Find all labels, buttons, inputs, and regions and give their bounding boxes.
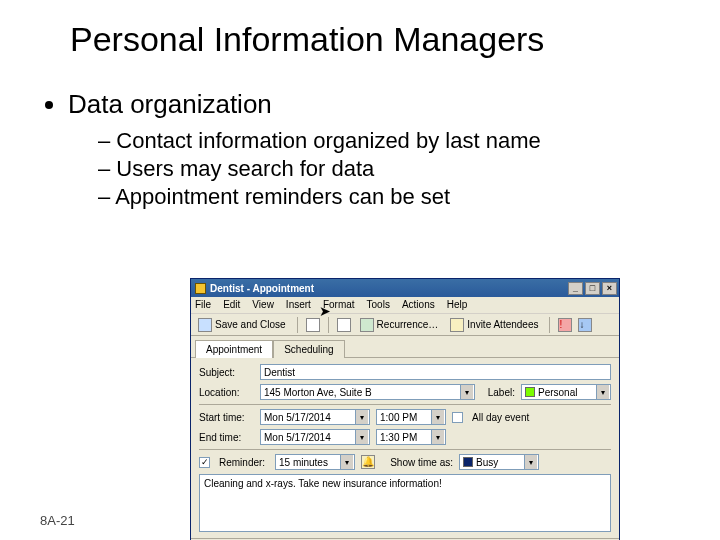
tab-strip: Appointment Scheduling xyxy=(191,336,619,358)
start-date-select[interactable]: Mon 5/17/2014 xyxy=(260,409,370,425)
end-time-label: End time: xyxy=(199,432,254,443)
menu-actions[interactable]: Actions xyxy=(402,299,435,311)
start-time-select[interactable]: 1:00 PM xyxy=(376,409,446,425)
close-button[interactable]: × xyxy=(602,282,617,295)
reminder-label: Reminder: xyxy=(219,457,269,468)
showtime-select[interactable]: Busy xyxy=(459,454,539,470)
menu-view[interactable]: View xyxy=(252,299,274,311)
importance-high-icon[interactable]: ! xyxy=(558,318,572,332)
showtime-color-swatch xyxy=(463,457,473,467)
bullet-main: Data organization Contact information or… xyxy=(68,89,680,210)
reminder-select[interactable]: 15 minutes xyxy=(275,454,355,470)
end-date-select[interactable]: Mon 5/17/2014 xyxy=(260,429,370,445)
menu-tools[interactable]: Tools xyxy=(367,299,390,311)
importance-low-icon[interactable]: ↓ xyxy=(578,318,592,332)
recurrence-icon xyxy=(360,318,374,332)
start-time-label: Start time: xyxy=(199,412,254,423)
app-icon xyxy=(195,283,206,294)
end-time-select[interactable]: 1:30 PM xyxy=(376,429,446,445)
menu-file[interactable]: File xyxy=(195,299,211,311)
showtime-label: Show time as: xyxy=(381,457,453,468)
label-select[interactable]: Personal xyxy=(521,384,611,400)
subbullet-1: Users may search for data xyxy=(98,156,680,182)
invite-icon xyxy=(450,318,464,332)
recurrence-button[interactable]: Recurrence… xyxy=(357,317,442,333)
subject-input[interactable]: Dentist xyxy=(260,364,611,380)
showtime-value: Busy xyxy=(476,457,498,468)
location-label: Location: xyxy=(199,387,254,398)
reminder-sound-icon[interactable]: 🔔 xyxy=(361,455,375,469)
reminder-checkbox[interactable]: ✓ xyxy=(199,457,210,468)
notes-textarea[interactable]: Cleaning and x-rays. Take new insurance … xyxy=(199,474,611,532)
window-titlebar[interactable]: Dentist - Appointment _ □ × xyxy=(191,279,619,297)
invite-label: Invite Attendees xyxy=(467,319,538,330)
bullet-main-text: Data organization xyxy=(68,89,272,119)
subject-label: Subject: xyxy=(199,367,254,378)
tab-appointment[interactable]: Appointment xyxy=(195,340,273,358)
menu-format[interactable]: Format xyxy=(323,299,355,311)
recurrence-label: Recurrence… xyxy=(377,319,439,330)
slide-number: 8A-21 xyxy=(40,513,75,528)
appointment-form: Subject: Dentist Location: 145 Morton Av… xyxy=(191,358,619,538)
subbullet-0: Contact information organized by last na… xyxy=(98,128,680,154)
tab-scheduling[interactable]: Scheduling xyxy=(273,340,344,358)
allday-label: All day event xyxy=(472,412,529,423)
attachment-icon[interactable] xyxy=(337,318,351,332)
label-label: Label: xyxy=(481,387,515,398)
menu-help[interactable]: Help xyxy=(447,299,468,311)
appointment-window: Dentist - Appointment _ □ × File Edit Vi… xyxy=(190,278,620,540)
save-icon xyxy=(198,318,212,332)
allday-checkbox[interactable] xyxy=(452,412,463,423)
save-and-close-label: Save and Close xyxy=(215,319,286,330)
minimize-button[interactable]: _ xyxy=(568,282,583,295)
location-input[interactable]: 145 Morton Ave, Suite B xyxy=(260,384,475,400)
save-and-close-button[interactable]: Save and Close xyxy=(195,317,289,333)
slide-title: Personal Information Managers xyxy=(70,20,680,59)
label-color-swatch xyxy=(525,387,535,397)
maximize-button[interactable]: □ xyxy=(585,282,600,295)
menu-bar: File Edit View Insert Format Tools Actio… xyxy=(191,297,619,314)
menu-edit[interactable]: Edit xyxy=(223,299,240,311)
menu-insert[interactable]: Insert xyxy=(286,299,311,311)
invite-attendees-button[interactable]: Invite Attendees xyxy=(447,317,541,333)
toolbar: Save and Close Recurrence… Invite Attend… xyxy=(191,314,619,336)
subbullet-2: Appointment reminders can be set xyxy=(98,184,680,210)
print-icon[interactable] xyxy=(306,318,320,332)
label-value: Personal xyxy=(538,387,577,398)
window-title: Dentist - Appointment xyxy=(210,283,568,294)
